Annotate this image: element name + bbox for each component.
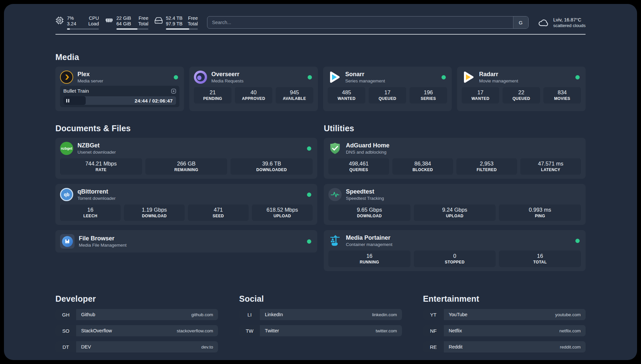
service-card-plex[interactable]: Plex Media server Bullet Train 24:44 / 0… (55, 67, 184, 111)
memory-progress-track (116, 28, 148, 30)
search-provider-button[interactable]: G (513, 16, 528, 28)
bookmark-name: StackOverflow (81, 328, 112, 333)
weather-location-temp: Lviv, 16.87°C (553, 17, 586, 23)
service-title: Plex (77, 71, 169, 78)
bookmark-twitter[interactable]: TW Twittertwitter.com (239, 325, 402, 336)
stat-wanted: 17WANTED (462, 87, 499, 104)
status-dot-online (307, 146, 311, 151)
portainer-icon (328, 234, 342, 247)
filebrowser-icon (60, 234, 75, 249)
service-subtitle: Media Requests (211, 78, 303, 84)
disk-free: 52.4 TB (166, 15, 183, 21)
disk-total-label: Total (188, 21, 198, 27)
bookmark-youtube[interactable]: YT YouTubeyoutube.com (423, 309, 586, 320)
player-icon (171, 89, 176, 94)
status-dot-online (575, 75, 580, 79)
service-title: qBittorrent (77, 188, 303, 195)
bookmark-abbr: SO (55, 325, 76, 336)
disk-total: 97.9 TB (166, 21, 183, 27)
bookmark-domain: youtube.com (555, 312, 581, 317)
service-subtitle: Torrent downloader (77, 196, 303, 201)
memory-free: 22 GiB (116, 15, 131, 21)
status-dot-online (442, 75, 446, 79)
service-card-speedtest[interactable]: Speedtest Speedtest Tracking 9.65 GbpsDO… (324, 184, 586, 225)
pause-icon (66, 99, 69, 103)
media-card-row: Plex Media server Bullet Train 24:44 / 0… (55, 67, 586, 111)
playback-progress-fill (63, 96, 86, 105)
cpu-icon (55, 16, 64, 25)
service-subtitle: Movie management (479, 78, 571, 84)
bookmark-abbr: YT (423, 309, 444, 320)
stream-title: Bullet Train (63, 88, 89, 94)
service-card-filebrowser[interactable]: File Browser Media File Management (55, 230, 317, 253)
bookmark-domain: github.com (191, 312, 213, 317)
memory-monitor: 22 GiBFree 64 GiBTotal (105, 15, 148, 30)
service-subtitle: Media server (77, 78, 169, 84)
service-title: AdGuard Home (346, 142, 581, 149)
bookmark-reddit[interactable]: RE Redditreddit.com (423, 341, 586, 352)
service-card-nzbget[interactable]: nzbget NZBGet Usenet downloader 744.21 M… (55, 138, 317, 179)
memory-free-label: Free (138, 15, 148, 21)
bookmark-github[interactable]: GH Githubgithub.com (55, 309, 218, 320)
service-card-sonarr[interactable]: Sonarr Series management 485WANTED 17QUE… (323, 67, 452, 111)
bookmark-domain: netflix.com (559, 328, 581, 333)
adguard-icon (328, 142, 342, 155)
bookmark-group-entertainment: Entertainment YT YouTubeyoutube.com NF N… (423, 294, 586, 357)
status-dot-online (174, 75, 178, 79)
service-card-qbittorrent[interactable]: qb qBittorrent Torrent downloader 16LEEC… (55, 184, 317, 225)
status-dot-online (307, 239, 311, 244)
bookmark-netflix[interactable]: NF Netflixnetflix.com (423, 325, 586, 336)
overseerr-icon (194, 71, 207, 84)
stat-upload: 9.24 GbpsUPLOAD (414, 204, 496, 221)
stat-pending: 21PENDING (194, 87, 231, 104)
search-bar: G (207, 16, 529, 29)
section-title-utilities: Utilities (324, 124, 586, 133)
bookmark-group-developer: Developer GH Githubgithub.com SO StackOv… (55, 294, 218, 357)
section-title-documents: Documents & Files (55, 124, 317, 133)
bookmark-domain: twitter.com (376, 328, 397, 333)
service-subtitle: DNS and adblocking (346, 149, 581, 155)
service-title: Overseerr (211, 71, 303, 78)
bookmark-domain: reddit.com (560, 345, 581, 349)
stat-remaining: 266 GBREMAINING (145, 158, 228, 175)
service-title: Media Portainer (346, 234, 571, 241)
service-title: Speedtest (346, 188, 581, 195)
service-subtitle: Usenet downloader (77, 149, 303, 155)
service-card-overseerr[interactable]: Overseerr Media Requests 21PENDING 40APP… (189, 67, 318, 111)
stat-downloaded: 39.6 TBDOWNLOADED (230, 158, 313, 175)
weather-widget: Lviv, 16.87°C scattered clouds (538, 16, 586, 28)
bookmark-abbr: RE (423, 341, 444, 352)
bookmark-linkedin[interactable]: LI LinkedInlinkedin.com (239, 309, 402, 320)
stat-download: 1.19 GbpsDOWNLOAD (124, 204, 185, 221)
stat-running: 16RUNNING (328, 251, 411, 267)
stat-upload: 618.52 MbpsUPLOAD (252, 204, 313, 221)
sonarr-icon (328, 71, 341, 84)
stat-latency: 47.571 msLATENCY (520, 158, 581, 175)
stat-approved: 40APPROVED (235, 87, 272, 104)
memory-progress-fill (116, 28, 137, 30)
radarr-icon (462, 71, 475, 84)
service-card-radarr[interactable]: Radarr Movie management 17WANTED 22QUEUE… (457, 67, 586, 111)
cpu-progress-track (67, 28, 99, 30)
weather-condition: scattered clouds (553, 23, 586, 28)
bookmark-stackoverflow[interactable]: SO StackOverflowstackoverflow.com (55, 325, 218, 336)
stat-queued: 17QUEUED (369, 87, 406, 104)
bookmark-domain: stackoverflow.com (177, 328, 213, 333)
stat-blocked: 86,384BLOCKED (392, 158, 453, 175)
stat-filtered: 2,953FILTERED (456, 158, 517, 175)
stat-ping: 0.993 msPING (499, 204, 581, 221)
service-card-portainer[interactable]: Media Portainer Container management 16R… (324, 230, 586, 271)
bookmark-dev[interactable]: DT DEVdev.to (55, 341, 218, 352)
bookmark-domain: dev.to (201, 345, 213, 349)
bookmark-name: DEV (81, 344, 91, 349)
search-input[interactable] (207, 16, 513, 28)
stat-movies: 834MOVIES (543, 87, 581, 104)
status-dot-online (575, 239, 580, 243)
bookmark-abbr: LI (239, 309, 260, 320)
service-card-adguard[interactable]: AdGuard Home DNS and adblocking 498,461Q… (324, 138, 586, 179)
stat-stopped: 0STOPPED (414, 251, 496, 267)
stat-seed: 471SEED (188, 204, 249, 221)
cpu-label: CPU (89, 15, 99, 21)
status-dot-online (307, 193, 311, 197)
header-divider (55, 34, 586, 35)
